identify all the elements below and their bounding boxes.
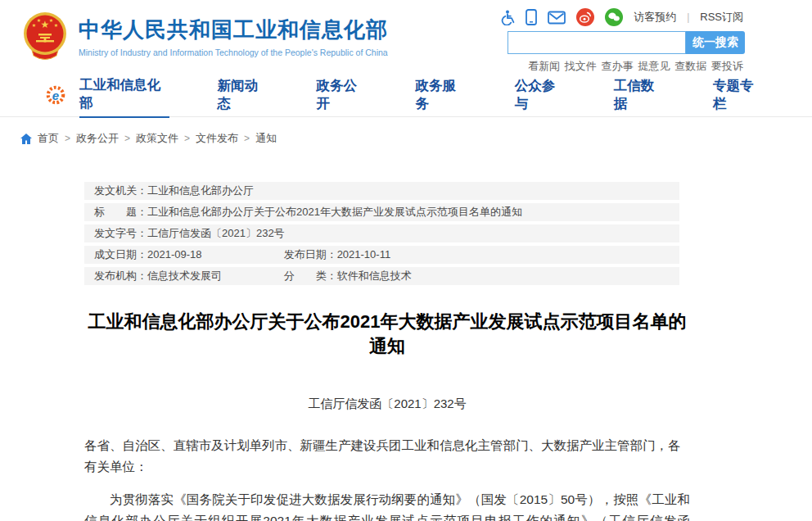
meta-row-dates: 成文日期：2021-09-18 发布日期：2021-10-11 [84,246,679,264]
breadcrumb-home[interactable]: 首页 [38,131,59,146]
meta-row-publisher-category: 发布机构：信息技术发展司 分 类：软件和信息技术 [84,267,679,285]
document-ref-number: 工信厅信发函〔2021〕232号 [84,396,690,412]
quick-link-complaints[interactable]: 要投诉 [711,59,743,74]
breadcrumb-notice[interactable]: 通知 [255,131,277,146]
breadcrumb-file-release[interactable]: 文件发布 [196,131,238,146]
meta-value: 工信厅信发函〔2021〕232号 [147,227,285,239]
meta-label: 标 题： [94,206,147,218]
document-salutation: 各省、自治区、直辖市及计划单列市、新疆生产建设兵团工业和信息化主管部门、大数据产… [84,435,690,478]
meta-publisher: 发布机构：信息技术发展司 [94,269,281,283]
meta-category: 分 类：软件和信息技术 [284,270,412,282]
meta-row-title: 标 题：工业和信息化部办公厅关于公布2021年大数据产业发展试点示范项目名单的通… [84,203,679,221]
search-bar: 统一搜索 [508,31,745,54]
mail-icon[interactable] [548,11,566,25]
quick-link-suggestions[interactable]: 提意见 [638,59,670,74]
nav-item-gov-services[interactable]: 政务服务 [416,73,467,117]
home-icon[interactable] [20,134,32,144]
breadcrumb-separator: > [124,133,130,144]
breadcrumb-separator: > [244,133,250,144]
document-meta-table: 发文机关：工业和信息化部办公厅 标 题：工业和信息化部办公厅关于公布2021年大… [84,182,679,285]
meta-label: 发文机关： [94,184,147,197]
nav-item-miit-data[interactable]: 工信数据 [614,73,665,117]
svg-text:★: ★ [32,23,36,28]
breadcrumb-separator: > [184,133,190,144]
svg-text:★: ★ [37,18,41,23]
document-title: 工业和信息化部办公厅关于公布2021年大数据产业发展试点示范项目名单的通知 [84,310,690,359]
search-input[interactable] [508,31,686,54]
quick-link-services[interactable]: 查办事 [602,59,634,74]
svg-text:★: ★ [49,18,53,23]
document-paragraph: 为贯彻落实《国务院关于印发促进大数据发展行动纲要的通知》（国发〔2015〕50号… [84,489,690,521]
nav-item-miit-home[interactable]: 工业和信息化部 [79,72,169,118]
meta-value: 工业和信息化部办公厅关于公布2021年大数据产业发展试点示范项目名单的通知 [147,206,522,218]
site-header: ★ ★ ★ ★ ★ 中华人民共和国工业和信息化部 Ministry of Ind… [0,0,812,74]
quick-link-news[interactable]: 看新闻 [528,59,560,74]
rss-subscribe-link[interactable]: RSS订阅 [700,10,743,25]
breadcrumb-gov-disclosure[interactable]: 政务公开 [76,131,119,146]
main-nav: e 工业和信息化部 新闻动态 政务公开 政务服务 公众参与 工信数据 专题专栏 [0,74,812,117]
accessibility-icon[interactable] [498,9,515,25]
meta-label: 发文字号： [94,227,147,239]
nav-item-news[interactable]: 新闻动态 [217,73,268,117]
quick-link-data[interactable]: 查数据 [674,59,706,74]
miit-gear-logo-icon: e [45,84,66,106]
document-content: 发文机关：工业和信息化部办公厅 标 题：工业和信息化部办公厅关于公布2021年大… [84,182,690,521]
breadcrumb-policy-files[interactable]: 政策文件 [136,131,178,146]
nav-item-gov-disclosure[interactable]: 政务公开 [317,73,368,117]
svg-text:★: ★ [41,19,50,30]
site-title-cn: 中华人民共和国工业和信息化部 [79,16,388,44]
meta-publish-date: 发布日期：2021-10-11 [284,248,391,260]
meta-value: 工业和信息化部办公厅 [147,184,254,197]
mobile-icon[interactable] [526,9,537,25]
nav-item-public-participation[interactable]: 公众参与 [515,73,566,117]
site-brand: ★ ★ ★ ★ ★ 中华人民共和国工业和信息化部 Ministry of Ind… [23,11,388,61]
nav-item-special-topics[interactable]: 专题专栏 [713,73,765,117]
header-quick-icons: 访客预约 | RSS订阅 [498,8,743,26]
wechat-icon[interactable] [605,8,623,26]
brand-text: 中华人民共和国工业和信息化部 Ministry of Industry and … [79,16,388,57]
meta-written-date: 成文日期：2021-09-18 [94,247,281,262]
national-emblem-icon: ★ ★ ★ ★ ★ [23,11,67,61]
meta-row-issuing-office: 发文机关：工业和信息化部办公厅 [84,182,679,200]
weibo-icon[interactable] [576,8,594,26]
search-quick-links: 看新闻 找文件 查办事 提意见 查数据 要投诉 [528,59,743,74]
site-title-en: Ministry of Industry and Information Tec… [79,48,388,57]
breadcrumb-separator: > [65,133,70,144]
breadcrumb: 首页 > 政务公开 > 政策文件 > 文件发布 > 通知 [20,131,812,146]
meta-row-ref-number: 发文字号：工信厅信发函〔2021〕232号 [84,224,679,242]
svg-text:e: e [52,88,59,102]
header-links-divider: | [687,11,689,23]
svg-text:★: ★ [54,23,58,28]
visitor-appointment-link[interactable]: 访客预约 [634,10,676,25]
quick-link-files[interactable]: 找文件 [565,59,597,74]
unified-search-button[interactable]: 统一搜索 [686,31,745,54]
